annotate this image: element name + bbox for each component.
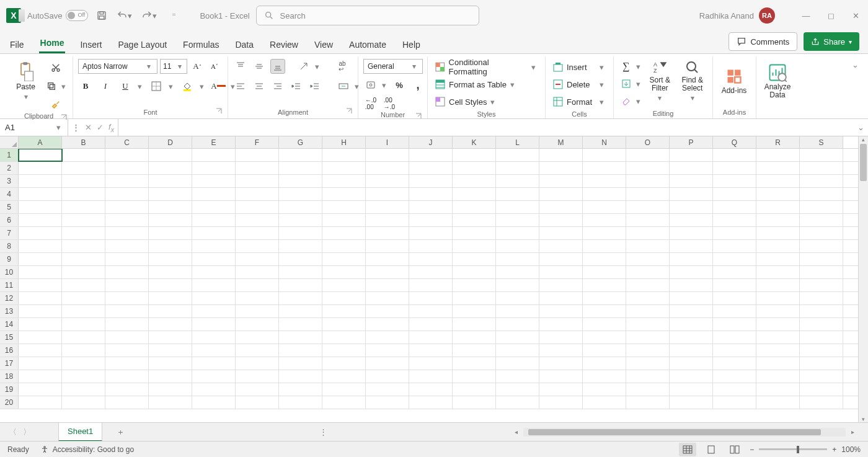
cell-B4[interactable]	[62, 188, 105, 200]
borders-button[interactable]	[149, 79, 164, 94]
cell-M8[interactable]	[539, 240, 583, 252]
cell-M4[interactable]	[539, 188, 583, 200]
cell-L17[interactable]	[496, 357, 539, 370]
cell-N8[interactable]	[583, 240, 626, 252]
cell-L9[interactable]	[496, 253, 539, 265]
cell-A6[interactable]	[19, 214, 62, 226]
cell-E6[interactable]	[192, 214, 236, 226]
cell-K2[interactable]	[453, 162, 496, 174]
cell-B12[interactable]	[62, 292, 105, 304]
cell-S12[interactable]	[800, 292, 843, 304]
cell-L1[interactable]	[496, 149, 539, 161]
cell-P14[interactable]	[670, 318, 713, 331]
minimize-button[interactable]: —	[800, 9, 812, 22]
zoom-level[interactable]: 100%	[841, 445, 861, 454]
cell-E14[interactable]	[192, 318, 236, 331]
cell-K15[interactable]	[453, 331, 496, 344]
cell-A15[interactable]	[19, 331, 62, 344]
col-head-D[interactable]: D	[149, 136, 192, 148]
cell-C2[interactable]	[105, 162, 149, 174]
cell-E2[interactable]	[192, 162, 236, 174]
cell-K11[interactable]	[453, 279, 496, 291]
cell-D15[interactable]	[149, 331, 192, 344]
find-select-button[interactable]: Find & Select▾	[678, 59, 708, 104]
cell-O12[interactable]	[626, 292, 670, 304]
cell-K20[interactable]	[453, 396, 496, 409]
cell-G4[interactable]	[279, 188, 322, 200]
cell-O7[interactable]	[626, 227, 670, 239]
cell-J2[interactable]	[409, 162, 453, 174]
cell-F16[interactable]	[236, 344, 279, 357]
cell-R17[interactable]	[756, 357, 800, 370]
cell-S9[interactable]	[800, 253, 843, 265]
cell-B10[interactable]	[62, 266, 105, 278]
analyze-data-button[interactable]: Analyze Data	[761, 59, 794, 104]
cell-N7[interactable]	[583, 227, 626, 239]
cell-R1[interactable]	[756, 149, 800, 161]
cell-B17[interactable]	[62, 357, 105, 370]
cell-G10[interactable]	[279, 266, 322, 278]
cut-button[interactable]	[44, 60, 68, 75]
cell-K7[interactable]	[453, 227, 496, 239]
cell-O14[interactable]	[626, 318, 670, 331]
cell-K12[interactable]	[453, 292, 496, 304]
row-head-15[interactable]: 15	[0, 331, 19, 344]
cell-A10[interactable]	[19, 266, 62, 278]
merge-center-button[interactable]	[336, 79, 351, 94]
cell-R15[interactable]	[756, 331, 800, 344]
cell-O20[interactable]	[626, 396, 670, 409]
cell-P7[interactable]	[670, 227, 713, 239]
cell-R4[interactable]	[756, 188, 800, 200]
cell-L12[interactable]	[496, 292, 539, 304]
cell-S14[interactable]	[800, 318, 843, 331]
cell-S16[interactable]	[800, 344, 843, 357]
cell-F4[interactable]	[236, 188, 279, 200]
decrease-font-button[interactable]: A˅	[207, 59, 222, 74]
cell-C13[interactable]	[105, 305, 149, 317]
increase-decimal-button[interactable]: ←.0.00	[363, 96, 378, 111]
cell-J20[interactable]	[409, 396, 453, 409]
cell-C5[interactable]	[105, 201, 149, 213]
col-head-R[interactable]: R	[756, 136, 800, 148]
cell-O11[interactable]	[626, 279, 670, 291]
cell-H15[interactable]	[322, 331, 366, 344]
cell-F1[interactable]	[236, 149, 279, 161]
cell-L11[interactable]	[496, 279, 539, 291]
cell-L10[interactable]	[496, 266, 539, 278]
underline-button[interactable]: U	[118, 79, 133, 94]
cell-J9[interactable]	[409, 253, 453, 265]
cell-P4[interactable]	[670, 188, 713, 200]
cell-K16[interactable]	[453, 344, 496, 357]
cell-B6[interactable]	[62, 214, 105, 226]
undo-button[interactable]: ▾	[117, 8, 134, 23]
cell-I12[interactable]	[366, 292, 409, 304]
cell-P16[interactable]	[670, 344, 713, 357]
row-head-19[interactable]: 19	[0, 383, 19, 396]
cell-I10[interactable]	[366, 266, 409, 278]
cell-C15[interactable]	[105, 331, 149, 344]
cell-C11[interactable]	[105, 279, 149, 291]
cell-C16[interactable]	[105, 344, 149, 357]
zoom-out-button[interactable]: −	[750, 445, 754, 454]
cell-D1[interactable]	[149, 149, 192, 161]
cell-J7[interactable]	[409, 227, 453, 239]
cell-P20[interactable]	[670, 396, 713, 409]
cell-Q20[interactable]	[713, 396, 756, 409]
cell-C17[interactable]	[105, 357, 149, 370]
cell-I7[interactable]	[366, 227, 409, 239]
cell-S1[interactable]	[800, 149, 843, 161]
wrap-text-button[interactable]: ab↩	[335, 59, 350, 74]
cell-C1[interactable]	[105, 149, 149, 161]
cell-H18[interactable]	[322, 370, 366, 383]
cell-K10[interactable]	[453, 266, 496, 278]
cell-K18[interactable]	[453, 370, 496, 383]
cell-N4[interactable]	[583, 188, 626, 200]
cell-Q9[interactable]	[713, 253, 756, 265]
col-head-Q[interactable]: Q	[713, 136, 756, 148]
row-head-14[interactable]: 14	[0, 318, 19, 331]
cell-Q6[interactable]	[713, 214, 756, 226]
cell-F11[interactable]	[236, 279, 279, 291]
cell-I6[interactable]	[366, 214, 409, 226]
cell-Q19[interactable]	[713, 383, 756, 396]
col-head-O[interactable]: O	[626, 136, 670, 148]
